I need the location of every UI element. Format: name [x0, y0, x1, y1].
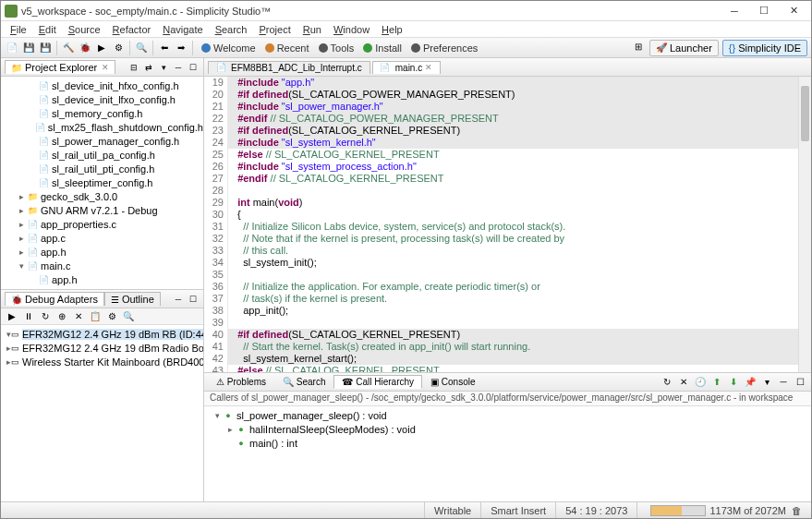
- maximize-view-icon[interactable]: ☐: [187, 61, 200, 74]
- code-line[interactable]: [228, 269, 811, 281]
- menu-file[interactable]: File: [5, 22, 32, 37]
- gc-icon[interactable]: 🗑: [792, 505, 802, 516]
- menu-search[interactable]: Search: [210, 22, 253, 37]
- tree-item[interactable]: 📄sl_device_init_lfxo_config.h: [1, 92, 203, 106]
- editor-tab[interactable]: 📄EFM8BB1_ADC_Lib_Interrupt.c: [208, 61, 370, 74]
- hammer-icon[interactable]: 🔨: [61, 41, 76, 55]
- hierarchy-node[interactable]: ▾●sl_power_manager_sleep() : void: [208, 408, 807, 422]
- tree-item[interactable]: 📄sl_sleeptimer_config.h: [1, 175, 203, 189]
- code-line[interactable]: #if defined(SL_CATALOG_KERNEL_PRESENT): [228, 125, 811, 137]
- toolbar-link-install[interactable]: Install: [358, 42, 406, 54]
- outline-tab[interactable]: ☰ Outline: [104, 292, 161, 306]
- minimize-button[interactable]: ─: [721, 2, 748, 20]
- toolbar-link-preferences[interactable]: Preferences: [406, 42, 482, 54]
- adapter-root[interactable]: ▾▭EFR32MG12 2.4 GHz 19 dBm RB (ID:440085…: [3, 327, 201, 341]
- project-explorer-tree[interactable]: 📄sl_device_init_hfxo_config.h📄sl_device_…: [1, 77, 203, 289]
- call-hierarchy-tree[interactable]: ▾●sl_power_manager_sleep() : void▸●haliI…: [204, 406, 811, 501]
- tree-item[interactable]: ▸📁GNU ARM v7.2.1 - Debug: [1, 203, 203, 217]
- menu-help[interactable]: Help: [376, 22, 408, 37]
- code-line[interactable]: // Note that if the kernel is present, p…: [228, 233, 811, 245]
- menu-refactor[interactable]: Refactor: [107, 22, 157, 37]
- code-editor[interactable]: 1920212223242526272829303132333435363738…: [204, 77, 811, 372]
- code-line[interactable]: sl_system_init();: [228, 257, 811, 269]
- debug-icon[interactable]: 🐞: [78, 41, 92, 55]
- adapter-btn-6[interactable]: 📋: [88, 309, 103, 324]
- code-line[interactable]: // Initialize Silicon Labs device, syste…: [228, 221, 811, 233]
- code-line[interactable]: // Start the kernel. Task(s) created in …: [228, 341, 811, 353]
- adapter-btn-4[interactable]: ⊕: [55, 309, 69, 324]
- tree-item[interactable]: ▸📄app_properties.c: [1, 217, 203, 231]
- view-menu-icon[interactable]: ▾: [759, 375, 774, 390]
- menu-run[interactable]: Run: [297, 22, 327, 37]
- debug-adapters-tab[interactable]: 🐞 Debug Adapters: [5, 292, 104, 306]
- menu-source[interactable]: Source: [63, 22, 106, 37]
- cancel-icon[interactable]: ✕: [676, 375, 691, 390]
- save-icon[interactable]: 💾: [21, 41, 36, 55]
- maximize-icon[interactable]: ☐: [793, 375, 807, 390]
- adapter-btn-1[interactable]: ▶: [5, 309, 19, 324]
- code-line[interactable]: // this call.: [228, 245, 811, 257]
- code-line[interactable]: #endif // SL_CATALOG_KERNEL_PRESENT: [228, 173, 811, 185]
- tree-item[interactable]: 📄sl_memory_config.h: [1, 106, 203, 120]
- tree-item[interactable]: 📄sl_power_manager_config.h: [1, 134, 203, 148]
- tree-item[interactable]: 📄sl_rail_util_pti_config.h: [1, 162, 203, 175]
- collapse-all-icon[interactable]: ⊟: [127, 61, 140, 74]
- code-line[interactable]: #if defined(SL_CATALOG_KERNEL_PRESENT): [228, 329, 811, 341]
- code-line[interactable]: #else // SL_CATALOG_KERNEL_PRESENT: [228, 149, 811, 161]
- toolbar-link-welcome[interactable]: Welcome: [197, 42, 261, 54]
- code-line[interactable]: [228, 185, 811, 197]
- tree-item[interactable]: 📄app.h: [1, 272, 203, 286]
- editor-scrollbar[interactable]: [798, 77, 811, 372]
- maximize-button[interactable]: ☐: [750, 2, 778, 20]
- bottom-tab-problems[interactable]: ⚠ Problems: [208, 375, 274, 389]
- code-line[interactable]: app_init();: [228, 305, 811, 317]
- adapter-btn-3[interactable]: ↻: [38, 309, 53, 324]
- link-editor-icon[interactable]: ⇄: [142, 61, 155, 74]
- adapter-btn-7[interactable]: ⚙: [104, 309, 119, 324]
- menu-project[interactable]: Project: [254, 22, 297, 37]
- project-explorer-tab[interactable]: 📁 Project Explorer✕: [5, 60, 115, 74]
- code-line[interactable]: // Initialize the application. For examp…: [228, 281, 811, 293]
- tree-item[interactable]: ▸📁gecko_sdk_3.0.0: [1, 189, 203, 203]
- code-line[interactable]: #else // SL_CATALOG_KERNEL_PRESENT: [228, 365, 811, 372]
- launcher-perspective-button[interactable]: 🚀 Launcher: [649, 40, 719, 56]
- search-icon[interactable]: 🔍: [134, 41, 149, 55]
- adapter-btn-5[interactable]: ✕: [71, 309, 86, 324]
- adapter-btn-8[interactable]: 🔍: [121, 309, 136, 324]
- bottom-tab-call-hierarchy[interactable]: ☎ Call Hierarchy: [333, 375, 422, 389]
- code-line[interactable]: #include "sl_system_process_action.h": [228, 161, 811, 173]
- menu-window[interactable]: Window: [328, 22, 375, 37]
- adapter-btn-2[interactable]: ⏸: [21, 309, 36, 324]
- history-icon[interactable]: 🕘: [693, 375, 708, 390]
- hierarchy-node[interactable]: ▸●haliInternalSleep(SleepModes) : void: [208, 422, 807, 436]
- refresh-icon[interactable]: ↻: [660, 375, 674, 390]
- menu-navigate[interactable]: Navigate: [157, 22, 208, 37]
- hierarchy-node[interactable]: ●main() : int: [208, 436, 807, 450]
- run-icon[interactable]: ▶: [94, 41, 109, 55]
- code-line[interactable]: sl_system_kernel_start();: [228, 353, 811, 365]
- view-menu-icon[interactable]: ▾: [157, 61, 170, 74]
- code-line[interactable]: #include "sl_system_kernel.h": [228, 137, 811, 149]
- bottom-tab-search[interactable]: 🔍 Search: [274, 375, 333, 389]
- adapter-child[interactable]: ▸▭Wireless Starter Kit Mainboard (BRD400…: [3, 355, 201, 368]
- bottom-tab-console[interactable]: ▣ Console: [422, 375, 483, 389]
- profile-icon[interactable]: ⚙: [111, 41, 126, 55]
- code-line[interactable]: int main(void): [228, 197, 811, 209]
- callees-icon[interactable]: ⬇: [726, 375, 741, 390]
- editor-tab[interactable]: 📄main.c ✕: [372, 61, 441, 74]
- code-line[interactable]: // task(s) if the kernel is present.: [228, 293, 811, 305]
- close-button[interactable]: ✕: [780, 2, 807, 20]
- code-line[interactable]: [228, 317, 811, 329]
- tree-item[interactable]: ▸📄app.h: [1, 245, 203, 259]
- code-line[interactable]: #include "app.h": [228, 77, 811, 89]
- code-area[interactable]: #include "app.h" #if defined(SL_CATALOG_…: [228, 77, 811, 372]
- tree-item[interactable]: 📄sl_mx25_flash_shutdown_config.h: [1, 120, 203, 134]
- code-line[interactable]: #include "sl_power_manager.h": [228, 101, 811, 113]
- callers-icon[interactable]: ⬆: [709, 375, 724, 390]
- menu-edit[interactable]: Edit: [33, 22, 62, 37]
- save-all-icon[interactable]: 💾: [38, 41, 53, 55]
- toolbar-link-tools[interactable]: Tools: [314, 42, 359, 54]
- open-perspective-icon[interactable]: ⊞: [631, 40, 646, 54]
- simplicity-ide-perspective-button[interactable]: {} Simplicity IDE: [722, 40, 807, 56]
- tree-item[interactable]: 📄sl_rail_util_pa_config.h: [1, 148, 203, 162]
